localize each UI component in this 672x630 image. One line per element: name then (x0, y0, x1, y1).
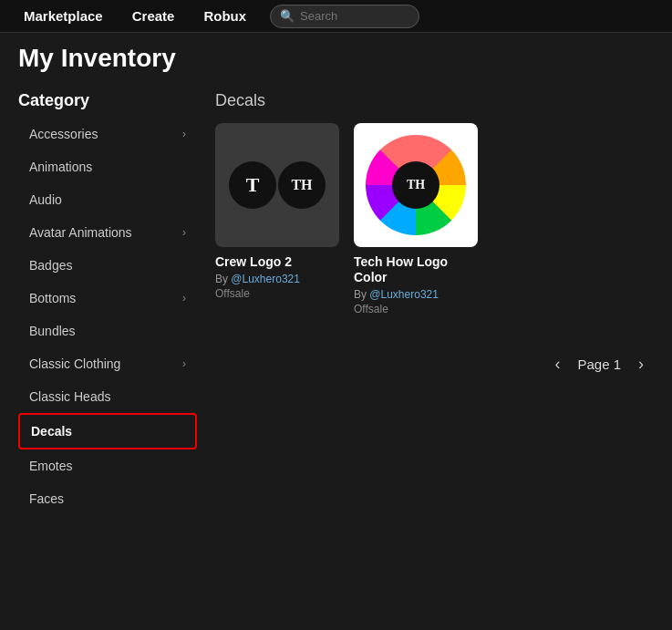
item-thumbnail-tech-logo: TH (354, 123, 478, 247)
prev-page-button[interactable]: ‹ (544, 352, 570, 377)
section-title: Decals (215, 91, 654, 110)
item-creator[interactable]: @Luxhero321 (369, 288, 439, 301)
tech-logo-overlay: TH (392, 161, 439, 209)
chevron-right-icon: › (182, 226, 186, 239)
item-creator[interactable]: @Luxhero321 (231, 273, 300, 285)
item-name: Crew Logo 2 (215, 254, 339, 270)
item-by: By @Luxhero321 (354, 288, 478, 301)
sidebar-item-decals[interactable]: Decals (18, 413, 197, 449)
sidebar: Category Accessories › Animations Audio … (18, 91, 197, 515)
sidebar-item-faces[interactable]: Faces (18, 482, 197, 515)
next-page-button[interactable]: › (628, 352, 654, 377)
sidebar-item-classic-clothing[interactable]: Classic Clothing › (18, 347, 197, 380)
chevron-right-icon: › (182, 357, 186, 370)
chevron-right-icon: › (182, 292, 186, 305)
category-label: Category (18, 91, 197, 110)
item-card-tech-logo[interactable]: TH Tech How Logo Color By @Luxhero321 Of… (354, 123, 478, 315)
tech-logo-image: TH (354, 123, 478, 247)
sidebar-item-audio[interactable]: Audio (18, 183, 197, 216)
search-icon: 🔍 (280, 9, 295, 23)
page-content: Category Accessories › Animations Audio … (0, 77, 672, 530)
item-by: By @Luxhero321 (215, 273, 339, 285)
nav-robux[interactable]: Robux (191, 0, 259, 33)
logo-circle-th: TH (278, 161, 326, 209)
sidebar-item-accessories[interactable]: Accessories › (18, 118, 197, 150)
sidebar-item-classic-heads[interactable]: Classic Heads (18, 380, 197, 413)
pagination: ‹ Page 1 › (215, 352, 654, 377)
search-bar[interactable]: 🔍 (270, 5, 419, 28)
top-navigation: Marketplace Create Robux 🔍 (0, 0, 672, 33)
sidebar-item-avatar-animations[interactable]: Avatar Animations › (18, 216, 197, 249)
item-card-crew-logo[interactable]: T TH Crew Logo 2 By @Luxhero321 Offsale (215, 123, 339, 315)
sidebar-item-emotes[interactable]: Emotes (18, 449, 197, 482)
page-number: Page 1 (577, 356, 621, 372)
chevron-right-icon: › (182, 128, 186, 140)
sidebar-item-badges[interactable]: Badges (18, 249, 197, 282)
crew-logo-image: T TH (215, 123, 339, 247)
logo-circle-t: T (229, 161, 276, 209)
item-thumbnail-crew-logo: T TH (215, 123, 339, 247)
item-status: Offsale (215, 287, 339, 300)
sidebar-item-bundles[interactable]: Bundles (18, 315, 197, 347)
page-title: My Inventory (0, 33, 672, 77)
sidebar-item-bottoms[interactable]: Bottoms › (18, 282, 197, 315)
item-status: Offsale (354, 303, 478, 315)
search-input[interactable] (300, 9, 409, 23)
item-name: Tech How Logo Color (354, 254, 478, 285)
nav-marketplace[interactable]: Marketplace (11, 0, 116, 33)
nav-create[interactable]: Create (119, 0, 188, 33)
items-grid: T TH Crew Logo 2 By @Luxhero321 Offsale … (215, 123, 654, 315)
sidebar-item-animations[interactable]: Animations (18, 150, 197, 183)
main-area: Decals T TH Crew Logo 2 By @Luxhero321 O… (215, 91, 654, 515)
